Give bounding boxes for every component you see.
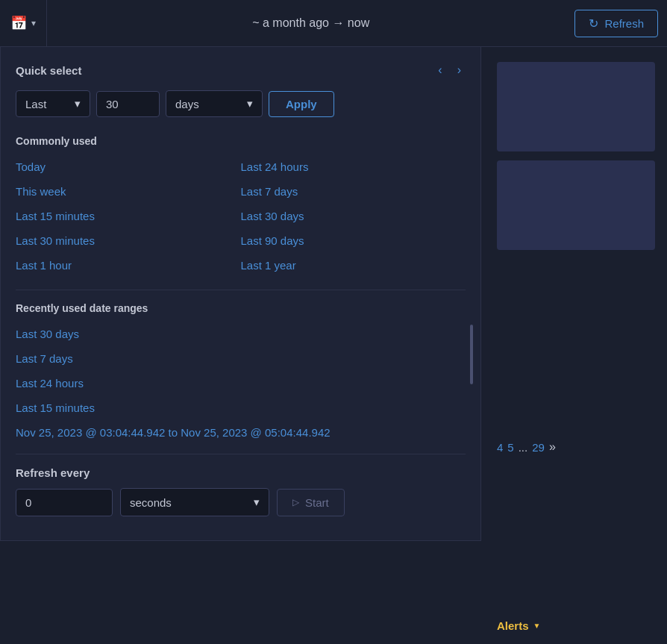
calendar-icon: 📅 [10,15,27,31]
alerts-chevron-icon: ▼ [533,622,541,630]
refresh-button[interactable]: ↻ Refresh [574,10,658,37]
seconds-chevron-icon: ▾ [254,495,260,509]
time-link-this-week[interactable]: This week [16,182,241,201]
time-link-last7d[interactable]: Last 7 days [241,182,466,201]
recently-used-label: Recently used date ranges [16,302,466,314]
prev-arrow-button[interactable]: ‹ [433,62,446,78]
commonly-used-grid: Today Last 24 hours This week Last 7 day… [16,157,466,275]
time-link-last90d[interactable]: Last 90 days [241,231,466,250]
recently-used-section: Recently used date ranges Last 30 days L… [16,302,466,442]
alerts-label: Alerts [497,619,529,632]
prefix-chevron-icon: ▾ [75,97,81,110]
recent-item-5[interactable]: Nov 25, 2023 @ 03:04:44.942 to Nov 25, 2… [16,423,458,442]
number-input[interactable]: 30 [96,91,160,117]
recent-item-4[interactable]: Last 15 minutes [16,398,458,417]
time-link-last24h[interactable]: Last 24 hours [241,157,466,176]
page-4[interactable]: 4 [497,441,503,454]
refresh-every-label: Refresh every [16,466,466,479]
time-link-today[interactable]: Today [16,157,241,176]
unit-chevron-icon: ▾ [247,97,253,110]
prefix-dropdown[interactable]: Last ▾ [16,90,90,117]
divider [16,290,466,290]
commonly-used-label: Commonly used [16,135,466,147]
refresh-every-section: Refresh every seconds ▾ ▷ Start [16,454,466,540]
time-range-display: ~ a month ago → now [47,16,574,30]
dropdown-panel: Quick select ‹ › Last ▾ 30 days ▾ Apply … [0,47,481,541]
unit-dropdown[interactable]: days ▾ [166,90,263,117]
seconds-value: seconds [130,496,172,509]
recent-item-1[interactable]: Last 30 days [16,325,458,343]
pagination-area: 4 5 ... 29 » [485,440,667,454]
refresh-icon: ↻ [589,16,598,31]
recent-item-2[interactable]: Last 7 days [16,349,458,368]
page-ellipsis: ... [519,441,528,454]
refresh-every-controls: seconds ▾ ▷ Start [16,488,466,528]
commonly-used-section: Commonly used Today Last 24 hours This w… [16,135,466,275]
gray-panel-2 [497,160,655,250]
time-link-last1y[interactable]: Last 1 year [241,256,466,275]
calendar-button[interactable]: 📅 ▾ [0,0,47,46]
recent-item-3[interactable]: Last 24 hours [16,374,458,393]
unit-value: days [175,98,199,110]
time-link-last30d[interactable]: Last 30 days [241,207,466,225]
quick-select-controls: Last ▾ 30 days ▾ Apply [16,90,466,117]
seconds-dropdown[interactable]: seconds ▾ [120,488,269,516]
quick-select-header: Quick select ‹ › [16,62,466,78]
chevron-down-icon: ▾ [31,18,36,28]
alerts-button[interactable]: Alerts ▼ [497,619,540,632]
refresh-label: Refresh [604,17,644,30]
header-bar: 📅 ▾ ~ a month ago → now ↻ Refresh [0,0,667,47]
refresh-number-input[interactable] [16,489,113,516]
page-next-button[interactable]: » [549,440,556,454]
recently-used-list: Last 30 days Last 7 days Last 24 hours L… [16,325,466,442]
prefix-value: Last [25,98,46,110]
quick-select-label: Quick select [16,64,81,77]
apply-button[interactable]: Apply [269,91,334,117]
page-29[interactable]: 29 [532,441,545,454]
page-5[interactable]: 5 [507,441,513,454]
nav-arrows: ‹ › [433,62,466,78]
time-link-last15m[interactable]: Last 15 minutes [16,207,241,225]
start-button[interactable]: ▷ Start [277,489,345,516]
alerts-section: Alerts ▼ [485,619,667,632]
start-label: Start [305,496,329,509]
gray-panel-1 [497,62,655,151]
play-icon: ▷ [292,497,299,507]
right-panel [485,47,667,644]
next-arrow-button[interactable]: › [453,62,466,78]
time-link-last1h[interactable]: Last 1 hour [16,256,241,275]
scroll-indicator [470,325,473,384]
time-link-last30m[interactable]: Last 30 minutes [16,231,241,250]
